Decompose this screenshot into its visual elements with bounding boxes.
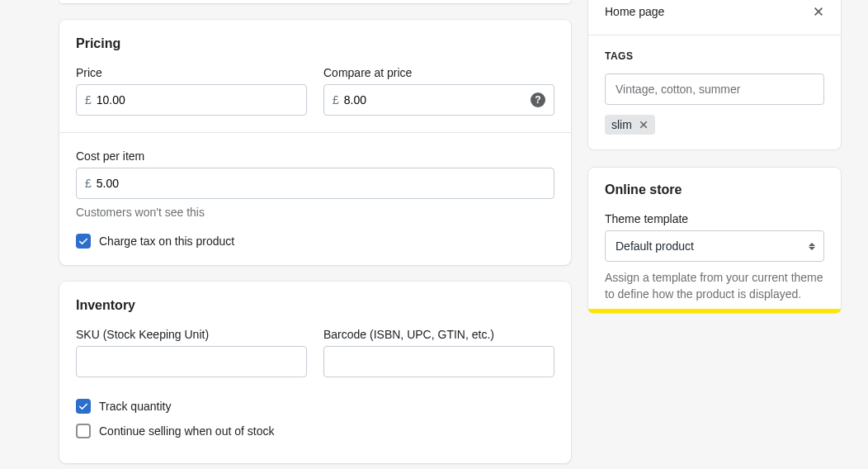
cost-label: Cost per item <box>76 149 554 163</box>
cost-hint: Customers won't see this <box>76 206 554 219</box>
compare-input-wrap[interactable]: £ ? <box>323 84 554 116</box>
price-input[interactable] <box>97 85 298 115</box>
online-store-title: Online store <box>605 182 824 197</box>
checkmark-icon <box>78 236 88 246</box>
tags-heading: TAGS <box>605 50 824 62</box>
barcode-input-wrap[interactable] <box>323 346 554 377</box>
compare-currency: £ <box>333 93 339 107</box>
inventory-card: Inventory SKU (Stock Keeping Unit) Barco… <box>59 282 571 463</box>
online-store-card: Online store Theme template Default prod… <box>587 167 842 314</box>
help-icon[interactable]: ? <box>531 92 545 107</box>
close-icon[interactable] <box>639 120 649 130</box>
tag-chip-label: slim <box>611 118 632 131</box>
template-value: Default product <box>616 239 694 253</box>
cost-currency: £ <box>85 177 92 190</box>
template-desc: Assign a template from your current them… <box>605 270 824 302</box>
track-label: Track quantity <box>99 400 171 413</box>
pricing-card: Pricing Price £ Compare at price £ <box>59 20 571 265</box>
barcode-input[interactable] <box>333 347 545 377</box>
price-input-wrap[interactable]: £ <box>76 84 307 116</box>
collection-home-label: Home page <box>605 5 664 18</box>
sku-input-wrap[interactable] <box>76 346 307 377</box>
tax-label: Charge tax on this product <box>99 234 234 248</box>
cost-input[interactable] <box>97 168 545 198</box>
track-checkbox[interactable] <box>76 399 91 414</box>
pricing-title: Pricing <box>76 36 554 51</box>
close-icon[interactable] <box>813 6 824 17</box>
continue-checkbox[interactable] <box>76 424 91 438</box>
sku-label: SKU (Stock Keeping Unit) <box>76 328 307 341</box>
price-label: Price <box>76 66 307 79</box>
compare-input[interactable] <box>344 85 531 115</box>
barcode-label: Barcode (ISBN, UPC, GTIN, etc.) <box>323 328 554 341</box>
previous-card-bottom <box>59 0 571 3</box>
price-currency: £ <box>85 93 92 107</box>
tax-checkbox[interactable] <box>76 234 91 249</box>
template-select[interactable]: Default product <box>605 230 824 262</box>
continue-label: Continue selling when out of stock <box>99 424 274 438</box>
compare-label: Compare at price <box>323 66 554 79</box>
checkmark-icon <box>78 401 88 411</box>
inventory-title: Inventory <box>76 298 554 313</box>
chevron-updown-icon <box>809 243 815 250</box>
template-label: Theme template <box>605 212 824 225</box>
collections-card: Home page TAGS slim <box>587 0 842 150</box>
tags-input[interactable] <box>605 73 824 105</box>
sku-input[interactable] <box>85 347 298 377</box>
highlight-bar <box>588 309 841 313</box>
cost-input-wrap[interactable]: £ <box>76 168 554 199</box>
tag-chip: slim <box>605 115 655 135</box>
